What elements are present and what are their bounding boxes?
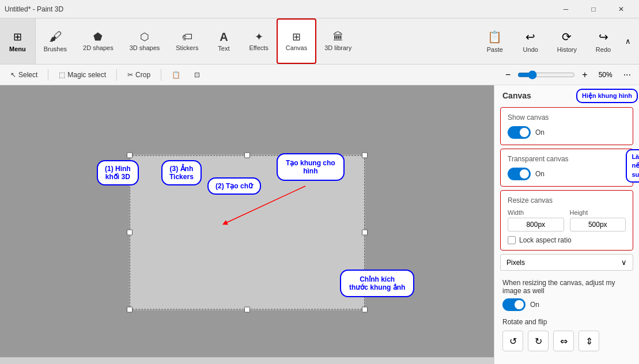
- canvas-label: Canvas: [286, 44, 307, 51]
- select-button[interactable]: ↖ Select: [5, 69, 43, 81]
- menu-icon: ⊞: [13, 31, 22, 43]
- redo-button[interactable]: ↪ Redo: [586, 26, 621, 56]
- width-label: Width: [508, 209, 564, 216]
- width-field: Width: [508, 209, 564, 232]
- 3d-shapes-button[interactable]: ⬡ 3D shapes: [122, 18, 168, 64]
- 2d-shapes-button[interactable]: ⬟ 2D shapes: [75, 18, 122, 64]
- paste-toolbar-icon: 📋: [172, 71, 180, 79]
- lock-aspect-label: Lock aspect ratio: [519, 236, 572, 244]
- rotate-right-button[interactable]: ↻: [528, 331, 549, 351]
- annotation-lam-mau: Làm màunền trongsuốt: [626, 149, 639, 183]
- rotate-buttons-row: ↺ ↻ ⇔ ⇕: [494, 331, 639, 351]
- window-controls: ─ □ ✕: [553, 0, 634, 18]
- crop-label: Crop: [135, 71, 150, 79]
- text-icon: A: [220, 31, 228, 43]
- select-cursor-icon: ↖: [10, 71, 16, 79]
- toolbar: ⊞ Menu 🖌 Brushes ⬟ 2D shapes ⬡ 3D shapes…: [0, 18, 639, 65]
- app-title: Untitled* - Paint 3D: [5, 5, 63, 13]
- flip-horizontal-button[interactable]: ⇔: [553, 331, 574, 351]
- handle-middle-right[interactable]: [362, 230, 368, 236]
- crop-toolbar-button[interactable]: ⊡: [188, 69, 206, 81]
- rotate-flip-label: Rotate and flip: [494, 318, 639, 326]
- history-icon: ⟳: [562, 30, 572, 44]
- canvas-button[interactable]: ⊞ Canvas: [277, 18, 316, 64]
- brushes-button[interactable]: 🖌 Brushes: [36, 18, 75, 64]
- undo-label: Undo: [523, 46, 538, 53]
- canvas-area[interactable]: (1) Hình khối 3D (3) Ảnh Tickers (2) Tạo…: [0, 85, 494, 364]
- paste-icon: 📋: [487, 30, 502, 44]
- 3d-library-label: 3D library: [324, 44, 351, 51]
- crop-icon: ✂: [127, 71, 133, 79]
- zoom-in-button[interactable]: +: [578, 69, 591, 81]
- undo-icon: ↩: [525, 30, 535, 44]
- adjust-on: On: [530, 301, 539, 309]
- stickers-button[interactable]: 🏷 Stickers: [168, 18, 206, 64]
- lock-aspect-checkbox[interactable]: [508, 236, 516, 244]
- transparent-canvas-toggle[interactable]: [508, 168, 531, 180]
- history-button[interactable]: ⟳ History: [549, 26, 585, 56]
- flip-vertical-button[interactable]: ⇕: [578, 331, 599, 351]
- right-panel: Canvas Hiện khung hình Show canvas On Tr…: [494, 85, 639, 364]
- 2d-shapes-icon: ⬟: [93, 32, 103, 42]
- stickers-icon: 🏷: [182, 32, 192, 42]
- 3d-library-button[interactable]: 🏛 3D library: [316, 18, 360, 64]
- handle-top-left[interactable]: [127, 153, 133, 158]
- paste-toolbar-button[interactable]: 📋: [166, 69, 186, 81]
- crop-button[interactable]: ✂ Crop: [122, 69, 156, 81]
- paste-button[interactable]: 📋 Paste: [478, 26, 512, 56]
- rotate-left-button[interactable]: ↺: [502, 331, 523, 351]
- adjust-toggle-row: On: [502, 298, 631, 311]
- action-sep-2: [116, 69, 117, 81]
- menu-button[interactable]: ⊞ Menu: [0, 18, 36, 64]
- zoom-out-button[interactable]: −: [502, 69, 514, 81]
- minimize-button[interactable]: ─: [553, 0, 579, 18]
- canvas-frame[interactable]: [129, 155, 365, 310]
- magic-select-button[interactable]: ⬚ Magic select: [53, 69, 112, 81]
- handle-top-middle[interactable]: [244, 153, 250, 158]
- lock-aspect-row: Lock aspect ratio: [508, 236, 626, 244]
- text-label: Text: [218, 45, 229, 52]
- magic-select-label: Magic select: [67, 71, 106, 79]
- 3d-library-icon: 🏛: [333, 32, 343, 42]
- handle-middle-left[interactable]: [127, 230, 133, 236]
- main-layout: (1) Hình khối 3D (3) Ảnh Tickers (2) Tạo…: [0, 85, 639, 364]
- adjust-toggle[interactable]: [502, 298, 525, 311]
- adjust-section: When resizing the canvas, adjust my imag…: [494, 274, 639, 316]
- undo-button[interactable]: ↩ Undo: [513, 26, 548, 56]
- history-label: History: [557, 46, 577, 53]
- resize-dimensions-row: Width Height: [508, 209, 626, 232]
- handle-bottom-left[interactable]: [127, 307, 133, 313]
- handle-bottom-right[interactable]: [362, 307, 368, 313]
- show-canvas-toggle-row: On: [508, 126, 626, 139]
- handle-top-right[interactable]: [362, 153, 368, 158]
- transparent-canvas-on: On: [535, 170, 545, 178]
- effects-button[interactable]: ✦ Effects: [241, 18, 276, 64]
- pixels-label: Pixels: [506, 259, 525, 267]
- transparent-canvas-section: Transparent canvas On Làm màunền trongsu…: [500, 149, 633, 187]
- zoom-more-button[interactable]: ···: [620, 69, 634, 81]
- show-canvas-toggle[interactable]: [508, 126, 531, 139]
- show-canvas-label: Show canvas: [508, 113, 626, 122]
- toolbar-chevron-icon[interactable]: ∧: [622, 35, 634, 48]
- canvas-panel-title: Canvas: [502, 91, 531, 100]
- width-input[interactable]: [508, 218, 564, 232]
- magic-select-icon: ⬚: [59, 71, 65, 79]
- pixels-dropdown[interactable]: Pixels ∨: [500, 254, 633, 271]
- maximize-button[interactable]: □: [580, 0, 607, 18]
- effects-label: Effects: [249, 44, 268, 51]
- height-input[interactable]: [570, 218, 626, 232]
- zoom-slider[interactable]: [517, 70, 575, 79]
- close-button[interactable]: ✕: [608, 0, 634, 18]
- toolbar-right: 📋 Paste ↩ Undo ⟳ History ↪ Redo ∧: [478, 18, 639, 64]
- resize-canvas-title: Resize canvas: [508, 196, 626, 204]
- canvas-icon: ⊞: [292, 32, 301, 42]
- action-sep-3: [161, 69, 161, 81]
- actionbar: ↖ Select ⬚ Magic select ✂ Crop 📋 ⊡ − + 5…: [0, 65, 639, 85]
- horizontal-scrollbar[interactable]: [0, 357, 494, 364]
- redo-icon: ↪: [599, 30, 608, 44]
- text-button[interactable]: A Text: [206, 18, 241, 64]
- handle-bottom-middle[interactable]: [244, 307, 250, 313]
- 3d-shapes-label: 3D shapes: [130, 44, 160, 51]
- brushes-label: Brushes: [44, 46, 67, 52]
- select-label: Select: [18, 71, 37, 79]
